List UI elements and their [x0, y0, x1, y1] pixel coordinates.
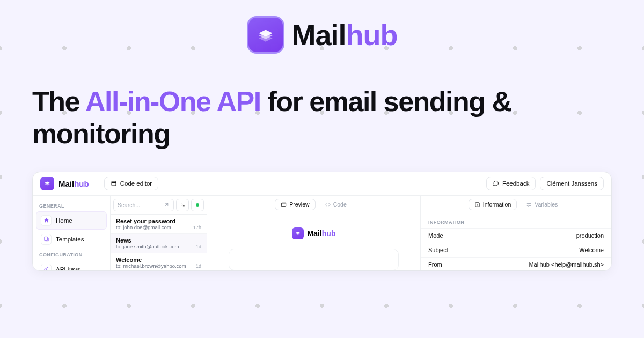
email-title: Reset your password [116, 218, 201, 224]
tab-information[interactable]: Information [469, 199, 517, 210]
sidebar-section-label: CONFIGURATION [33, 249, 110, 260]
email-list-column: Search... Reset your password to: john.d… [111, 196, 207, 270]
svg-rect-0 [112, 181, 116, 186]
info-value: Welcome [579, 247, 604, 253]
sidebar-item-apikeys[interactable]: API keys [36, 260, 107, 271]
tab-code[interactable]: Code [319, 199, 353, 210]
sidebar-item-home[interactable]: Home [36, 211, 107, 230]
sidebar: GENERAL Home Templates CONFIGURATION API… [33, 196, 111, 270]
logo-icon [247, 16, 284, 54]
search-input[interactable]: Search... [113, 199, 174, 211]
svg-point-5 [530, 203, 531, 204]
terminal-icon [180, 202, 186, 208]
sliders-icon [526, 202, 532, 208]
terminal-button[interactable] [176, 199, 189, 211]
app-window: Mailhub Code editor Feedback Clément Jan… [32, 172, 612, 271]
email-list-item[interactable]: Reset your password to: john.doe@gmail.c… [111, 215, 207, 234]
email-time: 1d [196, 263, 201, 269]
status-dot-icon [196, 203, 199, 207]
app-header: Mailhub Code editor Feedback Clément Jan… [33, 172, 611, 196]
code-editor-icon [111, 180, 117, 187]
code-icon [325, 202, 331, 208]
email-title: Welcome [116, 256, 201, 263]
preview-icon [281, 202, 287, 208]
info-section-label: INFORMATION [421, 214, 611, 228]
home-icon [41, 215, 52, 226]
email-list-item[interactable]: Welcome to: michael.brown@yahoo.com 1d [111, 253, 207, 271]
logo-icon [292, 227, 304, 239]
svg-rect-3 [282, 203, 286, 206]
sidebar-item-label: API keys [56, 266, 80, 271]
email-to: to: jane.smith@outlook.com [116, 244, 179, 249]
app-brand: Mailhub [58, 179, 89, 188]
chat-icon [493, 180, 499, 187]
svg-rect-1 [44, 237, 47, 240]
sidebar-section-label: GENERAL [33, 200, 110, 211]
tab-preview[interactable]: Preview [275, 199, 315, 210]
info-key: From [428, 261, 442, 268]
email-list-item[interactable]: News to: jane.smith@outlook.com 1d [111, 234, 207, 253]
tab-variables[interactable]: Variables [520, 199, 564, 210]
preview-card [229, 249, 399, 270]
preview-brand: Mailhub [223, 227, 404, 239]
email-to: to: john.doe@gmail.com [116, 224, 171, 230]
sidebar-item-label: Templates [56, 236, 84, 243]
info-value: production [576, 232, 604, 239]
email-title: News [116, 237, 201, 244]
templates-icon [41, 234, 52, 245]
email-to: to: michael.brown@yahoo.com [116, 263, 186, 269]
logo-text: Mailhub [292, 18, 398, 52]
open-icon [164, 202, 170, 208]
svg-point-6 [528, 205, 529, 206]
feedback-button[interactable]: Feedback [486, 177, 536, 190]
code-editor-button[interactable]: Code editor [104, 177, 158, 190]
key-icon [41, 264, 52, 271]
sidebar-item-label: Home [56, 217, 72, 224]
info-column: Information Variables INFORMATION Mode p… [421, 196, 611, 270]
info-icon [474, 202, 480, 208]
info-key: Mode [428, 232, 443, 239]
info-value: Mailhub <help@mailhub.sh> [529, 261, 604, 268]
info-row: Subject Welcome [421, 243, 611, 257]
info-row: From Mailhub <help@mailhub.sh> [421, 257, 611, 271]
hero-headline: The All-in-One API for email sending & m… [32, 86, 612, 150]
hero-logo: Mailhub [32, 16, 612, 54]
email-time: 17h [193, 225, 201, 230]
info-key: Subject [428, 247, 448, 253]
sidebar-item-templates[interactable]: Templates [36, 230, 107, 248]
user-menu-button[interactable]: Clément Janssens [540, 177, 604, 190]
preview-column: Preview Code Mailhub [207, 196, 421, 270]
logo-icon [40, 177, 54, 190]
info-row: Mode production [421, 228, 611, 243]
email-time: 1d [196, 244, 201, 249]
status-button[interactable] [191, 199, 204, 211]
svg-point-2 [44, 269, 46, 270]
